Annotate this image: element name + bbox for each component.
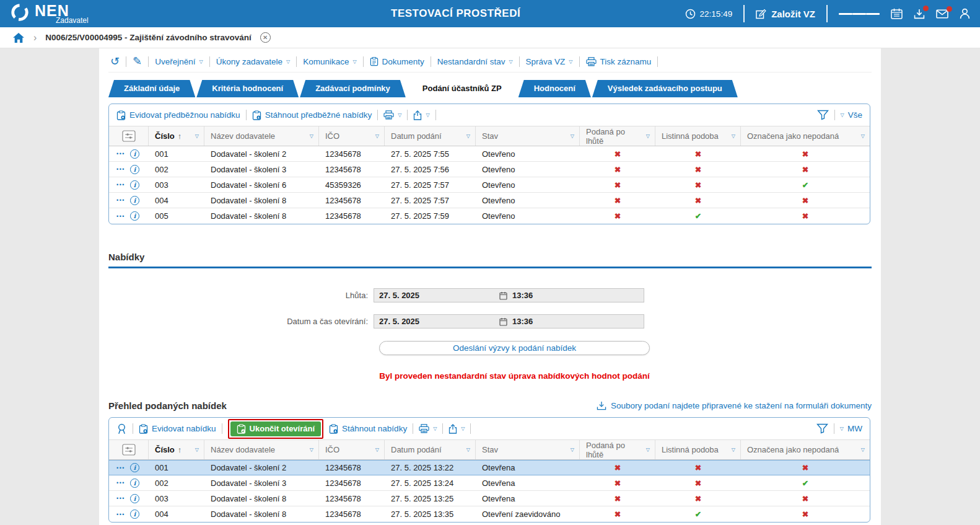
filter-dropdown-icon[interactable]: ▽ [732,447,735,452]
column-header-cislo[interactable]: Číslo↑▽ [149,126,204,146]
column-header-po-lhute[interactable]: Podaná po lhůtě▽ [580,126,655,146]
filter-dropdown-icon[interactable]: ▽ [195,447,199,452]
column-header-nazev[interactable]: Název dodavatele▽ [204,126,319,146]
close-record-icon[interactable]: ✕ [260,32,271,43]
table-row[interactable]: •••i 002 Dodavatel - školení 3 12345678 … [109,475,870,491]
row-actions-icon[interactable]: ••• [116,465,125,471]
column-header-cislo[interactable]: Číslo↑▽ [149,440,204,459]
menu-nestandardni-stav[interactable]: Nestandardní stav▽ [437,57,513,66]
column-header-nepodana[interactable]: Označena jako nepodaná▽ [741,440,870,459]
user-profile-icon[interactable] [960,8,970,19]
opening-time-value[interactable]: 13:36 [512,317,533,326]
info-icon[interactable]: i [130,180,139,190]
column-header-stav[interactable]: Stav▽ [476,126,580,146]
print-grid-button[interactable]: ▽ [419,424,437,433]
column-settings-button[interactable] [109,440,149,459]
print-record-button[interactable]: Tisk záznamu [586,57,652,66]
tab-podani-ucastniku-zp[interactable]: Podání účastníků ZP [407,80,517,97]
info-icon[interactable]: i [130,196,139,205]
column-header-listinna[interactable]: Listinná podoba▽ [655,440,741,459]
menu-sprava-vz[interactable]: Správa VZ▽ [526,57,573,66]
row-actions-icon[interactable]: ••• [116,166,125,172]
filter-dropdown-icon[interactable]: ▽ [861,133,865,139]
table-row[interactable]: •••i 004 Dodavatel - školení 8 12345678 … [109,506,870,522]
filter-dropdown-icon[interactable]: ▽ [571,447,574,452]
calendar-small-icon[interactable] [499,291,507,300]
column-header-stav[interactable]: Stav▽ [476,440,580,459]
menu-dokumenty[interactable]: Dokumenty [370,56,424,66]
home-icon[interactable] [12,32,25,43]
info-icon[interactable]: i [130,149,139,159]
menu-ukony-zadavatele[interactable]: Úkony zadavatele▽ [216,57,290,66]
table-row[interactable]: •••i 003 Dodavatel - školení 8 12345678 … [109,491,870,506]
filter-icon[interactable] [817,110,829,120]
print-grid-button[interactable]: ▽ [383,110,401,120]
table-row[interactable]: •••i 005 Dodavatel - školení 8 12345678 … [109,208,870,224]
export-grid-button[interactable]: ▽ [448,424,465,434]
history-icon[interactable]: ↺ [110,56,120,67]
info-icon[interactable]: i [130,211,139,221]
filter-dropdown-icon[interactable]: ▽ [646,447,650,452]
row-actions-icon[interactable]: ••• [116,151,125,157]
menu-icon[interactable] [839,11,880,17]
deadline-field[interactable]: 27. 5. 2025 13:36 [374,288,644,302]
view-selector[interactable]: ▽Vše [841,110,862,120]
export-grid-button[interactable]: ▽ [413,110,429,120]
breadcrumb-current-item[interactable]: N006/25/V00004995 - Zajištění závodního … [45,33,251,42]
row-actions-icon[interactable]: ••• [116,182,125,188]
filter-dropdown-icon[interactable]: ▽ [466,133,470,139]
column-header-ico[interactable]: IČO▽ [319,440,385,459]
info-icon[interactable]: i [130,494,139,503]
messages-icon[interactable] [936,9,948,19]
filter-dropdown-icon[interactable]: ▽ [466,447,470,452]
evidovat-nabidku-button[interactable]: Evidovat nabídku [139,424,216,434]
deadline-time-value[interactable]: 13:36 [512,291,533,300]
table-row[interactable]: •••i 003 Dodavatel - školení 6 45359326 … [109,177,870,193]
column-header-ico[interactable]: IČO▽ [319,126,385,146]
menu-komunikace[interactable]: Komunikace▽ [303,57,356,66]
row-actions-icon[interactable]: ••• [116,511,125,518]
row-actions-icon[interactable]: ••• [116,197,125,203]
column-header-nazev[interactable]: Název dodavatele▽ [204,440,319,459]
filter-icon[interactable] [816,423,828,434]
filter-dropdown-icon[interactable]: ▽ [375,447,379,452]
tab-zakladni-udaje[interactable]: Základní údaje [108,80,195,97]
filter-dropdown-icon[interactable]: ▽ [310,447,313,452]
stahnout-nabidky-button[interactable]: Stáhnout nabídky [329,424,407,434]
calendar-small-icon[interactable] [499,317,507,326]
opening-date-value[interactable]: 27. 5. 2025 [374,317,499,326]
info-icon[interactable]: i [130,463,139,472]
column-settings-button[interactable] [109,126,149,146]
row-actions-icon[interactable]: ••• [116,213,125,219]
info-icon[interactable]: i [130,510,139,519]
table-row[interactable]: •••i 002 Dodavatel - školení 3 12345678 … [109,162,870,177]
create-vz-button[interactable]: Založit VZ [756,9,815,19]
table-row[interactable]: •••i 004 Dodavatel - školení 8 12345678 … [109,193,870,208]
files-download-link[interactable]: Soubory podaní najdete připravené ke sta… [597,401,872,410]
view-selector[interactable]: ▽MW [840,424,862,433]
tab-hodnoceni[interactable]: Hodnocení [518,80,591,97]
tab-zadavaci-podminky[interactable]: Zadávací podmínky [300,80,406,97]
evidovat-predbeznou-button[interactable]: Evidovat předběžnou nabídku [116,110,240,120]
filter-dropdown-icon[interactable]: ▽ [646,133,650,139]
downloads-icon[interactable] [914,9,925,19]
tab-kriteria-hodnoceni[interactable]: Kritéria hodnocení [196,80,299,97]
table-row-selected[interactable]: •••i 001 Dodavatel - školení 2 12345678 … [109,460,870,475]
filter-dropdown-icon[interactable]: ▽ [310,133,313,139]
filter-dropdown-icon[interactable]: ▽ [861,447,865,452]
row-actions-icon[interactable]: ••• [116,495,125,501]
filter-dropdown-icon[interactable]: ▽ [732,133,735,139]
opening-field[interactable]: 27. 5. 2025 13:36 [374,314,644,329]
filter-dropdown-icon[interactable]: ▽ [571,133,574,139]
edit-record-icon[interactable]: ✎ [133,56,142,67]
column-header-listinna[interactable]: Listinná podoba▽ [655,126,741,146]
calendar-icon[interactable] [891,8,903,19]
row-actions-icon[interactable]: ••• [116,480,125,486]
nen-logo[interactable]: NEN Zadavatel [10,2,89,25]
stahnout-predbezne-button[interactable]: Stáhnout předběžné nabídky [252,110,372,120]
table-row[interactable]: •••i 001 Dodavatel - školení 2 12345678 … [109,146,870,162]
column-header-nepodana[interactable]: Označena jako nepodaná▽ [741,126,870,146]
ukoncit-oteviranii-button[interactable]: Ukončit otevírání [230,421,321,436]
deadline-date-value[interactable]: 27. 5. 2025 [374,291,499,300]
info-icon[interactable]: i [130,479,139,488]
